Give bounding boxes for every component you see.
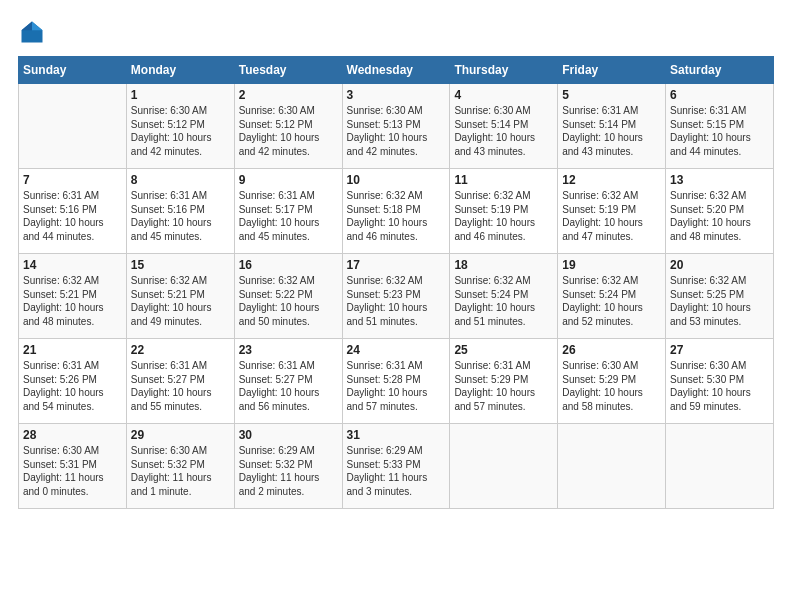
- day-info: Sunrise: 6:32 AM Sunset: 5:23 PM Dayligh…: [347, 274, 446, 328]
- day-info: Sunrise: 6:31 AM Sunset: 5:15 PM Dayligh…: [670, 104, 769, 158]
- day-number: 24: [347, 343, 446, 357]
- logo: [18, 18, 50, 46]
- day-info: Sunrise: 6:31 AM Sunset: 5:17 PM Dayligh…: [239, 189, 338, 243]
- calendar-cell: 18Sunrise: 6:32 AM Sunset: 5:24 PM Dayli…: [450, 254, 558, 339]
- day-number: 17: [347, 258, 446, 272]
- day-number: 3: [347, 88, 446, 102]
- svg-marker-2: [22, 22, 33, 31]
- week-row-2: 7Sunrise: 6:31 AM Sunset: 5:16 PM Daylig…: [19, 169, 774, 254]
- day-info: Sunrise: 6:32 AM Sunset: 5:18 PM Dayligh…: [347, 189, 446, 243]
- day-info: Sunrise: 6:30 AM Sunset: 5:14 PM Dayligh…: [454, 104, 553, 158]
- calendar-cell: 17Sunrise: 6:32 AM Sunset: 5:23 PM Dayli…: [342, 254, 450, 339]
- day-number: 26: [562, 343, 661, 357]
- day-number: 9: [239, 173, 338, 187]
- day-number: 14: [23, 258, 122, 272]
- calendar-cell: [19, 84, 127, 169]
- calendar-cell: 29Sunrise: 6:30 AM Sunset: 5:32 PM Dayli…: [126, 424, 234, 509]
- column-header-sunday: Sunday: [19, 57, 127, 84]
- day-number: 19: [562, 258, 661, 272]
- day-number: 21: [23, 343, 122, 357]
- day-info: Sunrise: 6:32 AM Sunset: 5:21 PM Dayligh…: [131, 274, 230, 328]
- calendar-cell: 26Sunrise: 6:30 AM Sunset: 5:29 PM Dayli…: [558, 339, 666, 424]
- calendar-table: SundayMondayTuesdayWednesdayThursdayFrid…: [18, 56, 774, 509]
- day-info: Sunrise: 6:30 AM Sunset: 5:12 PM Dayligh…: [239, 104, 338, 158]
- day-number: 30: [239, 428, 338, 442]
- day-number: 25: [454, 343, 553, 357]
- day-info: Sunrise: 6:29 AM Sunset: 5:33 PM Dayligh…: [347, 444, 446, 498]
- day-info: Sunrise: 6:30 AM Sunset: 5:13 PM Dayligh…: [347, 104, 446, 158]
- day-info: Sunrise: 6:32 AM Sunset: 5:25 PM Dayligh…: [670, 274, 769, 328]
- calendar-cell: 11Sunrise: 6:32 AM Sunset: 5:19 PM Dayli…: [450, 169, 558, 254]
- day-info: Sunrise: 6:31 AM Sunset: 5:28 PM Dayligh…: [347, 359, 446, 413]
- calendar-cell: 27Sunrise: 6:30 AM Sunset: 5:30 PM Dayli…: [666, 339, 774, 424]
- calendar-cell: 4Sunrise: 6:30 AM Sunset: 5:14 PM Daylig…: [450, 84, 558, 169]
- day-info: Sunrise: 6:31 AM Sunset: 5:26 PM Dayligh…: [23, 359, 122, 413]
- calendar-cell: [558, 424, 666, 509]
- calendar-cell: 31Sunrise: 6:29 AM Sunset: 5:33 PM Dayli…: [342, 424, 450, 509]
- column-header-friday: Friday: [558, 57, 666, 84]
- day-number: 27: [670, 343, 769, 357]
- calendar-cell: 23Sunrise: 6:31 AM Sunset: 5:27 PM Dayli…: [234, 339, 342, 424]
- day-number: 15: [131, 258, 230, 272]
- calendar-cell: 3Sunrise: 6:30 AM Sunset: 5:13 PM Daylig…: [342, 84, 450, 169]
- day-number: 2: [239, 88, 338, 102]
- column-header-wednesday: Wednesday: [342, 57, 450, 84]
- calendar-cell: [666, 424, 774, 509]
- day-info: Sunrise: 6:31 AM Sunset: 5:29 PM Dayligh…: [454, 359, 553, 413]
- column-header-monday: Monday: [126, 57, 234, 84]
- day-number: 5: [562, 88, 661, 102]
- calendar-body: 1Sunrise: 6:30 AM Sunset: 5:12 PM Daylig…: [19, 84, 774, 509]
- day-number: 23: [239, 343, 338, 357]
- day-number: 28: [23, 428, 122, 442]
- day-info: Sunrise: 6:31 AM Sunset: 5:27 PM Dayligh…: [239, 359, 338, 413]
- calendar-cell: 16Sunrise: 6:32 AM Sunset: 5:22 PM Dayli…: [234, 254, 342, 339]
- column-header-thursday: Thursday: [450, 57, 558, 84]
- day-number: 31: [347, 428, 446, 442]
- day-number: 1: [131, 88, 230, 102]
- week-row-1: 1Sunrise: 6:30 AM Sunset: 5:12 PM Daylig…: [19, 84, 774, 169]
- day-info: Sunrise: 6:31 AM Sunset: 5:27 PM Dayligh…: [131, 359, 230, 413]
- day-number: 8: [131, 173, 230, 187]
- day-number: 29: [131, 428, 230, 442]
- calendar-cell: 20Sunrise: 6:32 AM Sunset: 5:25 PM Dayli…: [666, 254, 774, 339]
- calendar-cell: 28Sunrise: 6:30 AM Sunset: 5:31 PM Dayli…: [19, 424, 127, 509]
- calendar-header: SundayMondayTuesdayWednesdayThursdayFrid…: [19, 57, 774, 84]
- day-number: 12: [562, 173, 661, 187]
- calendar-cell: 2Sunrise: 6:30 AM Sunset: 5:12 PM Daylig…: [234, 84, 342, 169]
- day-info: Sunrise: 6:32 AM Sunset: 5:20 PM Dayligh…: [670, 189, 769, 243]
- calendar-cell: 7Sunrise: 6:31 AM Sunset: 5:16 PM Daylig…: [19, 169, 127, 254]
- day-info: Sunrise: 6:30 AM Sunset: 5:30 PM Dayligh…: [670, 359, 769, 413]
- calendar-cell: 25Sunrise: 6:31 AM Sunset: 5:29 PM Dayli…: [450, 339, 558, 424]
- calendar-cell: 13Sunrise: 6:32 AM Sunset: 5:20 PM Dayli…: [666, 169, 774, 254]
- day-info: Sunrise: 6:30 AM Sunset: 5:29 PM Dayligh…: [562, 359, 661, 413]
- day-number: 11: [454, 173, 553, 187]
- day-number: 20: [670, 258, 769, 272]
- day-info: Sunrise: 6:30 AM Sunset: 5:32 PM Dayligh…: [131, 444, 230, 498]
- calendar-cell: 14Sunrise: 6:32 AM Sunset: 5:21 PM Dayli…: [19, 254, 127, 339]
- day-info: Sunrise: 6:31 AM Sunset: 5:16 PM Dayligh…: [23, 189, 122, 243]
- day-info: Sunrise: 6:30 AM Sunset: 5:31 PM Dayligh…: [23, 444, 122, 498]
- week-row-3: 14Sunrise: 6:32 AM Sunset: 5:21 PM Dayli…: [19, 254, 774, 339]
- day-info: Sunrise: 6:32 AM Sunset: 5:19 PM Dayligh…: [562, 189, 661, 243]
- calendar-cell: 9Sunrise: 6:31 AM Sunset: 5:17 PM Daylig…: [234, 169, 342, 254]
- calendar-cell: 8Sunrise: 6:31 AM Sunset: 5:16 PM Daylig…: [126, 169, 234, 254]
- day-info: Sunrise: 6:31 AM Sunset: 5:14 PM Dayligh…: [562, 104, 661, 158]
- page-header: [18, 18, 774, 46]
- calendar-cell: 30Sunrise: 6:29 AM Sunset: 5:32 PM Dayli…: [234, 424, 342, 509]
- week-row-4: 21Sunrise: 6:31 AM Sunset: 5:26 PM Dayli…: [19, 339, 774, 424]
- week-row-5: 28Sunrise: 6:30 AM Sunset: 5:31 PM Dayli…: [19, 424, 774, 509]
- svg-marker-1: [32, 22, 43, 31]
- day-info: Sunrise: 6:32 AM Sunset: 5:21 PM Dayligh…: [23, 274, 122, 328]
- calendar-cell: 10Sunrise: 6:32 AM Sunset: 5:18 PM Dayli…: [342, 169, 450, 254]
- day-info: Sunrise: 6:32 AM Sunset: 5:24 PM Dayligh…: [454, 274, 553, 328]
- day-number: 22: [131, 343, 230, 357]
- day-number: 10: [347, 173, 446, 187]
- calendar-cell: 5Sunrise: 6:31 AM Sunset: 5:14 PM Daylig…: [558, 84, 666, 169]
- day-info: Sunrise: 6:32 AM Sunset: 5:24 PM Dayligh…: [562, 274, 661, 328]
- calendar-cell: 1Sunrise: 6:30 AM Sunset: 5:12 PM Daylig…: [126, 84, 234, 169]
- calendar-cell: 24Sunrise: 6:31 AM Sunset: 5:28 PM Dayli…: [342, 339, 450, 424]
- calendar-cell: [450, 424, 558, 509]
- day-number: 16: [239, 258, 338, 272]
- logo-icon: [18, 18, 46, 46]
- day-number: 13: [670, 173, 769, 187]
